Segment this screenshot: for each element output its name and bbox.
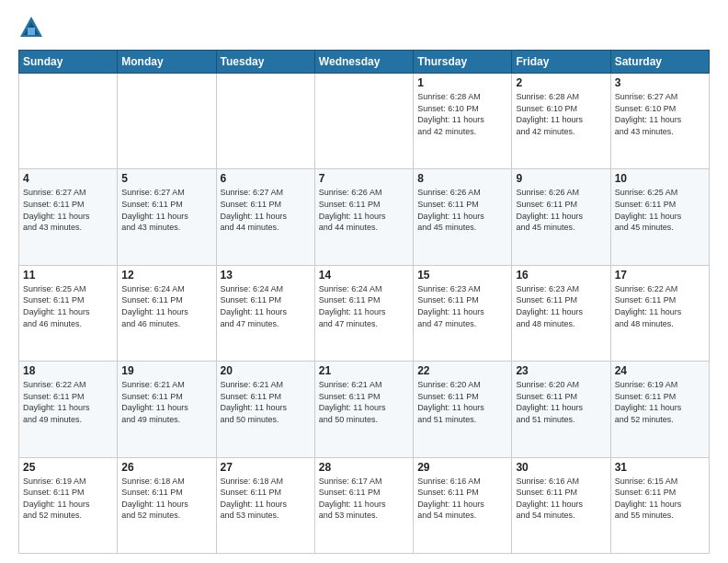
day-info: Sunrise: 6:21 AM Sunset: 6:11 PM Dayligh… bbox=[121, 379, 211, 425]
day-number: 8 bbox=[417, 172, 507, 185]
day-info: Sunrise: 6:18 AM Sunset: 6:11 PM Dayligh… bbox=[121, 476, 211, 522]
day-number: 9 bbox=[516, 172, 606, 185]
day-info: Sunrise: 6:28 AM Sunset: 6:10 PM Dayligh… bbox=[516, 91, 606, 137]
calendar-cell: 28Sunrise: 6:17 AM Sunset: 6:11 PM Dayli… bbox=[314, 457, 413, 553]
header-monday: Monday bbox=[118, 51, 216, 74]
week-row-3: 18Sunrise: 6:22 AM Sunset: 6:11 PM Dayli… bbox=[19, 362, 710, 457]
day-number: 19 bbox=[121, 364, 211, 377]
week-row-4: 25Sunrise: 6:19 AM Sunset: 6:11 PM Dayli… bbox=[19, 457, 710, 553]
day-number: 12 bbox=[121, 269, 211, 282]
day-number: 2 bbox=[516, 76, 606, 89]
day-number: 24 bbox=[615, 364, 705, 377]
day-info: Sunrise: 6:16 AM Sunset: 6:11 PM Dayligh… bbox=[516, 476, 606, 522]
day-number: 21 bbox=[319, 364, 409, 377]
day-number: 20 bbox=[221, 364, 311, 377]
week-row-1: 4Sunrise: 6:27 AM Sunset: 6:11 PM Daylig… bbox=[19, 169, 710, 265]
calendar-cell bbox=[118, 74, 216, 169]
svg-rect-2 bbox=[28, 28, 35, 35]
day-number: 28 bbox=[319, 461, 409, 474]
calendar-cell: 21Sunrise: 6:21 AM Sunset: 6:11 PM Dayli… bbox=[314, 362, 413, 457]
day-number: 18 bbox=[23, 364, 113, 377]
day-info: Sunrise: 6:22 AM Sunset: 6:11 PM Dayligh… bbox=[615, 283, 705, 329]
day-number: 13 bbox=[221, 269, 311, 282]
header-tuesday: Tuesday bbox=[216, 51, 314, 74]
calendar-cell: 18Sunrise: 6:22 AM Sunset: 6:11 PM Dayli… bbox=[19, 362, 118, 457]
page: SundayMondayTuesdayWednesdayThursdayFrid… bbox=[0, 0, 728, 563]
day-info: Sunrise: 6:24 AM Sunset: 6:11 PM Dayligh… bbox=[121, 283, 211, 329]
day-number: 14 bbox=[319, 269, 409, 282]
calendar-cell bbox=[19, 74, 118, 169]
calendar-cell: 25Sunrise: 6:19 AM Sunset: 6:11 PM Dayli… bbox=[19, 457, 118, 553]
day-info: Sunrise: 6:24 AM Sunset: 6:11 PM Dayligh… bbox=[319, 283, 409, 329]
calendar-cell: 27Sunrise: 6:18 AM Sunset: 6:11 PM Dayli… bbox=[216, 457, 314, 553]
calendar-cell: 10Sunrise: 6:25 AM Sunset: 6:11 PM Dayli… bbox=[610, 169, 709, 265]
day-info: Sunrise: 6:24 AM Sunset: 6:11 PM Dayligh… bbox=[221, 283, 311, 329]
calendar-cell: 11Sunrise: 6:25 AM Sunset: 6:11 PM Dayli… bbox=[19, 265, 118, 361]
calendar-cell: 26Sunrise: 6:18 AM Sunset: 6:11 PM Dayli… bbox=[118, 457, 216, 553]
day-info: Sunrise: 6:19 AM Sunset: 6:11 PM Dayligh… bbox=[23, 476, 113, 522]
calendar-cell: 16Sunrise: 6:23 AM Sunset: 6:11 PM Dayli… bbox=[512, 265, 610, 361]
day-number: 30 bbox=[516, 461, 606, 474]
day-info: Sunrise: 6:26 AM Sunset: 6:11 PM Dayligh… bbox=[319, 187, 409, 233]
calendar-cell: 20Sunrise: 6:21 AM Sunset: 6:11 PM Dayli… bbox=[216, 362, 314, 457]
calendar-cell: 24Sunrise: 6:19 AM Sunset: 6:11 PM Dayli… bbox=[610, 362, 709, 457]
day-number: 25 bbox=[23, 461, 113, 474]
header bbox=[18, 15, 710, 40]
calendar-cell: 22Sunrise: 6:20 AM Sunset: 6:11 PM Dayli… bbox=[414, 362, 512, 457]
day-number: 26 bbox=[121, 461, 211, 474]
calendar-cell: 31Sunrise: 6:15 AM Sunset: 6:11 PM Dayli… bbox=[610, 457, 709, 553]
day-info: Sunrise: 6:21 AM Sunset: 6:11 PM Dayligh… bbox=[221, 379, 311, 425]
day-number: 22 bbox=[417, 364, 507, 377]
day-info: Sunrise: 6:16 AM Sunset: 6:11 PM Dayligh… bbox=[417, 476, 507, 522]
day-info: Sunrise: 6:27 AM Sunset: 6:11 PM Dayligh… bbox=[23, 187, 113, 233]
calendar-cell: 29Sunrise: 6:16 AM Sunset: 6:11 PM Dayli… bbox=[414, 457, 512, 553]
calendar-cell: 19Sunrise: 6:21 AM Sunset: 6:11 PM Dayli… bbox=[118, 362, 216, 457]
day-info: Sunrise: 6:15 AM Sunset: 6:11 PM Dayligh… bbox=[615, 476, 705, 522]
calendar-cell: 14Sunrise: 6:24 AM Sunset: 6:11 PM Dayli… bbox=[314, 265, 413, 361]
calendar-cell: 4Sunrise: 6:27 AM Sunset: 6:11 PM Daylig… bbox=[19, 169, 118, 265]
day-number: 3 bbox=[615, 76, 705, 89]
calendar-cell: 9Sunrise: 6:26 AM Sunset: 6:11 PM Daylig… bbox=[512, 169, 610, 265]
calendar-table: SundayMondayTuesdayWednesdayThursdayFrid… bbox=[18, 50, 710, 554]
calendar-cell: 7Sunrise: 6:26 AM Sunset: 6:11 PM Daylig… bbox=[314, 169, 413, 265]
day-info: Sunrise: 6:27 AM Sunset: 6:10 PM Dayligh… bbox=[615, 91, 705, 137]
calendar-cell: 23Sunrise: 6:20 AM Sunset: 6:11 PM Dayli… bbox=[512, 362, 610, 457]
day-info: Sunrise: 6:22 AM Sunset: 6:11 PM Dayligh… bbox=[23, 379, 113, 425]
day-number: 11 bbox=[23, 269, 113, 282]
day-number: 23 bbox=[516, 364, 606, 377]
day-info: Sunrise: 6:25 AM Sunset: 6:11 PM Dayligh… bbox=[615, 187, 705, 233]
day-info: Sunrise: 6:27 AM Sunset: 6:11 PM Dayligh… bbox=[221, 187, 311, 233]
calendar-cell: 30Sunrise: 6:16 AM Sunset: 6:11 PM Dayli… bbox=[512, 457, 610, 553]
day-number: 15 bbox=[417, 269, 507, 282]
day-info: Sunrise: 6:21 AM Sunset: 6:11 PM Dayligh… bbox=[319, 379, 409, 425]
day-number: 27 bbox=[221, 461, 311, 474]
day-number: 29 bbox=[417, 461, 507, 474]
logo bbox=[18, 15, 48, 40]
day-number: 7 bbox=[319, 172, 409, 185]
day-number: 10 bbox=[615, 172, 705, 185]
calendar-cell: 8Sunrise: 6:26 AM Sunset: 6:11 PM Daylig… bbox=[414, 169, 512, 265]
calendar-cell: 3Sunrise: 6:27 AM Sunset: 6:10 PM Daylig… bbox=[610, 74, 709, 169]
week-row-0: 1Sunrise: 6:28 AM Sunset: 6:10 PM Daylig… bbox=[19, 74, 710, 169]
calendar-cell: 2Sunrise: 6:28 AM Sunset: 6:10 PM Daylig… bbox=[512, 74, 610, 169]
day-info: Sunrise: 6:20 AM Sunset: 6:11 PM Dayligh… bbox=[417, 379, 507, 425]
day-info: Sunrise: 6:23 AM Sunset: 6:11 PM Dayligh… bbox=[417, 283, 507, 329]
calendar-cell bbox=[314, 74, 413, 169]
day-info: Sunrise: 6:26 AM Sunset: 6:11 PM Dayligh… bbox=[417, 187, 507, 233]
calendar-header-row: SundayMondayTuesdayWednesdayThursdayFrid… bbox=[19, 51, 710, 74]
day-number: 6 bbox=[221, 172, 311, 185]
calendar-cell: 12Sunrise: 6:24 AM Sunset: 6:11 PM Dayli… bbox=[118, 265, 216, 361]
day-info: Sunrise: 6:25 AM Sunset: 6:11 PM Dayligh… bbox=[23, 283, 113, 329]
week-row-2: 11Sunrise: 6:25 AM Sunset: 6:11 PM Dayli… bbox=[19, 265, 710, 361]
day-info: Sunrise: 6:26 AM Sunset: 6:11 PM Dayligh… bbox=[516, 187, 606, 233]
day-info: Sunrise: 6:28 AM Sunset: 6:10 PM Dayligh… bbox=[417, 91, 507, 137]
day-info: Sunrise: 6:18 AM Sunset: 6:11 PM Dayligh… bbox=[221, 476, 311, 522]
calendar-cell: 6Sunrise: 6:27 AM Sunset: 6:11 PM Daylig… bbox=[216, 169, 314, 265]
calendar-cell bbox=[216, 74, 314, 169]
calendar-cell: 5Sunrise: 6:27 AM Sunset: 6:11 PM Daylig… bbox=[118, 169, 216, 265]
day-number: 4 bbox=[23, 172, 113, 185]
day-info: Sunrise: 6:19 AM Sunset: 6:11 PM Dayligh… bbox=[615, 379, 705, 425]
day-info: Sunrise: 6:17 AM Sunset: 6:11 PM Dayligh… bbox=[319, 476, 409, 522]
day-number: 31 bbox=[615, 461, 705, 474]
day-info: Sunrise: 6:20 AM Sunset: 6:11 PM Dayligh… bbox=[516, 379, 606, 425]
